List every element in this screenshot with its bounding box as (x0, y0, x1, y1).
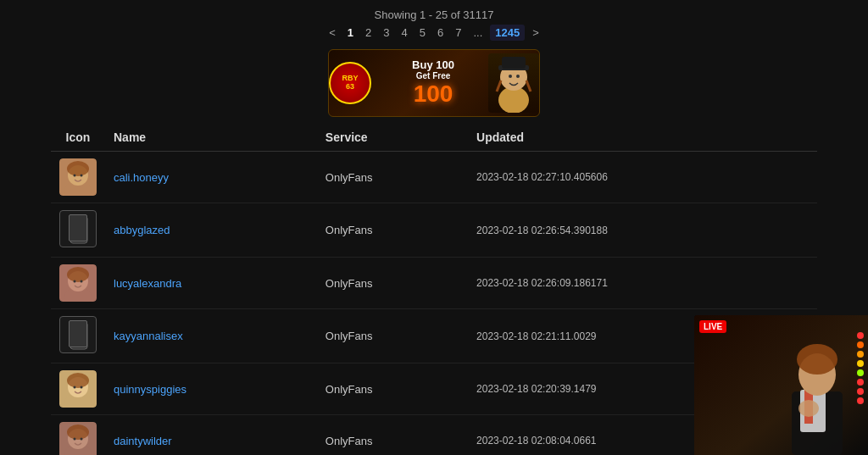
user-name-link[interactable]: abbyglazed (114, 224, 170, 236)
pagination-page-7[interactable]: 7 (451, 25, 465, 41)
svg-point-20 (67, 267, 89, 282)
pagination: Showing 1 - 25 of 31117 < 1 2 3 4 5 6 7 … (0, 0, 868, 46)
column-header-icon: Icon (51, 124, 105, 152)
banner-buy-text: Buy 100 (412, 58, 454, 71)
user-name-cell[interactable]: daintywilder (105, 415, 317, 456)
user-name-cell[interactable]: abbyglazed (105, 203, 317, 258)
live-dot-1 (857, 332, 864, 339)
user-updated-cell: 2023-02-18 02:27:10.405606 (468, 152, 817, 203)
svg-rect-14 (70, 216, 87, 243)
svg-line-4 (497, 80, 501, 92)
avatar (59, 316, 97, 353)
svg-point-31 (81, 386, 83, 389)
live-dot-7 (857, 388, 864, 395)
user-name-cell[interactable]: cali.honeyy (105, 152, 317, 203)
column-header-updated: Updated (468, 124, 817, 152)
svg-point-29 (67, 373, 89, 388)
user-name-cell[interactable]: kayyannalisex (105, 309, 317, 363)
advertisement-banner[interactable]: RBY63 Buy 100 Get Free 100 (0, 49, 868, 117)
pagination-showing: Showing 1 - 25 of 31117 (0, 8, 868, 21)
pagination-page-6[interactable]: 6 (433, 25, 448, 41)
user-icon-cell (51, 363, 105, 415)
svg-point-21 (74, 280, 76, 283)
user-icon-cell (51, 415, 105, 456)
svg-point-43 (797, 344, 837, 375)
svg-point-7 (516, 75, 520, 78)
live-dot-5 (857, 369, 864, 376)
svg-point-44 (798, 400, 819, 417)
banner-logo: RBY63 (329, 62, 371, 104)
live-dot-3 (857, 351, 864, 358)
user-icon-cell (51, 258, 105, 309)
banner-get-free-text: Get Free (412, 71, 454, 80)
pagination-page-3[interactable]: 3 (379, 25, 393, 41)
live-dot-8 (857, 397, 864, 404)
pagination-prev[interactable]: < (325, 25, 340, 41)
table-header-row: Icon Name Service Updated (51, 124, 817, 152)
svg-point-35 (67, 424, 89, 440)
avatar (59, 158, 97, 196)
svg-rect-3 (502, 57, 526, 69)
svg-point-13 (81, 175, 83, 177)
pagination-page-5[interactable]: 5 (415, 25, 430, 41)
table-row: cali.honeyyOnlyFans2023-02-18 02:27:10.4… (51, 152, 817, 203)
pagination-ellipsis: ... (469, 25, 487, 41)
user-service-cell: OnlyFans (317, 363, 468, 415)
svg-point-36 (74, 438, 76, 441)
pagination-page-1245[interactable]: 1245 (490, 25, 525, 41)
user-icon-cell (51, 309, 105, 363)
pagination-page-2[interactable]: 2 (361, 25, 376, 41)
user-name-link[interactable]: kayyannalisex (114, 330, 183, 342)
banner-text: Buy 100 Get Free 100 (412, 58, 454, 108)
avatar (59, 264, 97, 302)
live-dots-decoration (857, 332, 864, 404)
svg-line-5 (526, 80, 531, 92)
live-stream-overlay[interactable]: LIVE (694, 315, 868, 455)
column-header-name: Name (105, 124, 317, 152)
user-name-cell[interactable]: quinnyspiggies (105, 363, 317, 415)
table-row: lucyalexandraOnlyFans2023-02-18 02:26:09… (51, 258, 817, 309)
banner-logo-text: RBY63 (342, 75, 358, 92)
user-service-cell: OnlyFans (317, 258, 468, 309)
avatar (59, 210, 97, 247)
avatar (59, 370, 97, 408)
user-updated-cell: 2023-02-18 02:26:09.186171 (468, 258, 817, 309)
pagination-page-4[interactable]: 4 (398, 25, 412, 41)
svg-point-22 (81, 280, 83, 283)
live-badge: LIVE (699, 320, 726, 333)
pagination-pages: < 1 2 3 4 5 6 7 ... 1245 > (0, 25, 868, 41)
svg-point-12 (74, 175, 76, 177)
banner-box[interactable]: RBY63 Buy 100 Get Free 100 (328, 49, 540, 117)
user-name-link[interactable]: quinnyspiggies (114, 383, 186, 396)
user-name-link[interactable]: cali.honeyy (114, 171, 169, 184)
svg-point-16 (77, 238, 81, 241)
svg-point-6 (509, 75, 512, 78)
svg-rect-23 (70, 322, 87, 349)
banner-number: 100 (412, 80, 454, 108)
user-name-link[interactable]: daintywilder (114, 435, 172, 447)
avatar (59, 422, 97, 455)
column-header-service: Service (317, 124, 468, 152)
banner-pirate-image (488, 53, 539, 113)
user-name-link[interactable]: lucyalexandra (114, 277, 181, 290)
table-row: abbyglazedOnlyFans2023-02-18 02:26:54.39… (51, 203, 817, 258)
user-service-cell: OnlyFans (317, 415, 468, 456)
live-dot-6 (857, 379, 864, 386)
user-service-cell: OnlyFans (317, 203, 468, 258)
page-wrapper: Showing 1 - 25 of 31117 < 1 2 3 4 5 6 7 … (0, 0, 868, 455)
user-service-cell: OnlyFans (317, 152, 468, 203)
user-name-cell[interactable]: lucyalexandra (105, 258, 317, 309)
svg-rect-24 (74, 325, 84, 342)
svg-point-30 (74, 386, 76, 389)
user-icon-cell (51, 203, 105, 258)
pagination-page-1[interactable]: 1 (343, 25, 358, 41)
pagination-next[interactable]: > (528, 25, 543, 41)
user-updated-cell: 2023-02-18 02:26:54.390188 (468, 203, 817, 258)
svg-rect-15 (74, 219, 84, 236)
live-dot-4 (857, 360, 864, 367)
user-icon-cell (51, 152, 105, 203)
banner-left: RBY63 (329, 62, 371, 104)
svg-point-37 (81, 438, 83, 441)
user-service-cell: OnlyFans (317, 309, 468, 363)
svg-point-11 (67, 161, 89, 176)
